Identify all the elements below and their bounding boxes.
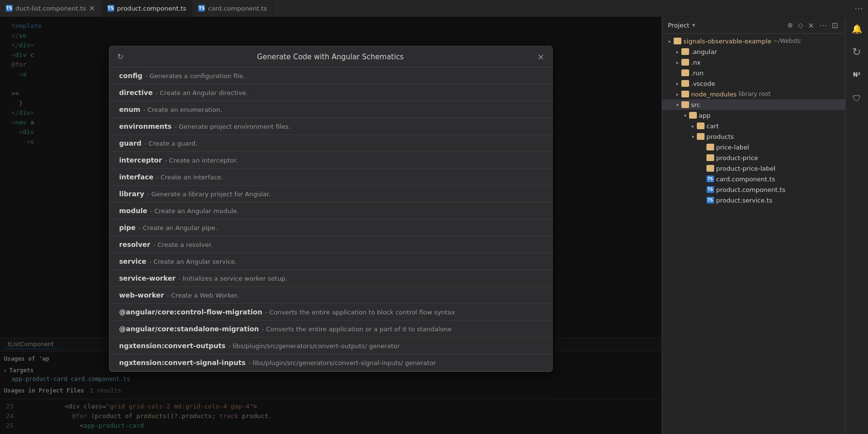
tree-label-products: products (706, 133, 734, 140)
schematic-item[interactable]: enum-Create an enumeration. (109, 101, 552, 118)
tree-label-nx: .nx (691, 59, 701, 66)
schematic-item[interactable]: interface-Create an interface. (109, 169, 552, 186)
schematic-desc: -Create a guard. (144, 140, 197, 147)
schematic-name: directive (119, 89, 153, 96)
folder-icon-cart (697, 122, 705, 129)
schematic-item[interactable]: @angular/core:standalone-migration-Conve… (109, 321, 552, 338)
schematic-item[interactable]: interceptor-Create an interceptor. (109, 152, 552, 169)
tree-label-product-price-label: product-price-label (716, 165, 775, 172)
tree-label-app: app (699, 112, 710, 119)
tab-bar: TS duct-list.component.ts × TS product.c… (0, 0, 868, 17)
schematic-desc: -Create an Angular service. (149, 258, 237, 265)
schematic-item[interactable]: @angular/core:control-flow-migration-Con… (109, 304, 552, 321)
schematic-item[interactable]: ngxtension:convert-outputs-libs/plugin/s… (109, 338, 552, 354)
schematic-item[interactable]: ngxtension:convert-signal-inputs-libs/pl… (109, 354, 552, 371)
modal-body: config-Generates a configuration file.di… (109, 68, 552, 371)
folder-icon-product-price (706, 154, 714, 161)
tree-item-app[interactable]: ▾ app (662, 110, 845, 121)
schematic-name: interceptor (119, 156, 162, 164)
tree-item-product-service[interactable]: TS product.service.ts (662, 195, 845, 205)
folder-icon-products (697, 133, 705, 140)
schematic-name: @angular/core:standalone-migration (119, 325, 259, 333)
tree-item-root[interactable]: ▸ signals-observable-example ~/Webstc (662, 36, 845, 46)
sidebar-global-icon[interactable]: ⊕ (787, 20, 794, 30)
sidebar-more-icon[interactable]: ⋯ (818, 20, 828, 31)
sidebar-close-icon[interactable]: × (807, 20, 815, 31)
close-tab-product-list[interactable]: × (89, 4, 95, 12)
schematic-desc: -Converts the entire application to bloc… (265, 309, 455, 316)
tree-item-angular[interactable]: ▸ .angular (662, 46, 845, 57)
schematic-item[interactable]: resolver-Create a resolver. (109, 236, 552, 253)
sidebar-window-icon[interactable]: ⊡ (831, 20, 839, 31)
schematic-item[interactable]: directive-Create an Angular directive. (109, 84, 552, 101)
shield-strip-icon[interactable]: 🛡 (849, 90, 865, 106)
file-tree: ▸ signals-observable-example ~/Webstc ▸ … (662, 34, 845, 434)
tree-label-src: src (691, 101, 700, 108)
tab-more-button[interactable]: ⋯ (850, 3, 868, 14)
schematic-item[interactable]: service-worker-Initializes a service wor… (109, 270, 552, 287)
tree-label-root: signals-observable-example (683, 38, 772, 45)
schematic-item[interactable]: web-worker-Create a Web Worker. (109, 287, 552, 304)
folder-icon-node-modules (681, 91, 689, 97)
schematic-name: enum (119, 106, 140, 113)
schematic-item[interactable]: module-Create an Angular module. (109, 203, 552, 219)
schematic-item[interactable]: config-Generates a configuration file. (109, 68, 552, 84)
folder-icon-root (674, 38, 681, 44)
schematic-desc: -Create a resolver. (153, 241, 213, 248)
tree-label-price-label: price-label (716, 144, 749, 151)
tab-product-list[interactable]: TS duct-list.component.ts × (0, 0, 102, 17)
schematic-item[interactable]: service-Create an Angular service. (109, 253, 552, 270)
tree-item-src[interactable]: ▾ src (662, 99, 845, 110)
sidebar-actions: ⊕ ◇ × ⋯ ⊡ (787, 20, 839, 31)
schematic-name: pipe (119, 224, 136, 231)
schematic-name: environments (119, 122, 172, 130)
tab-card[interactable]: TS card.component.ts (192, 0, 273, 17)
schematic-name: service-worker (119, 274, 176, 282)
tree-item-vscode[interactable]: ▸ .vscode (662, 78, 845, 89)
tree-item-product-price[interactable]: product-price (662, 152, 845, 163)
schematic-desc: -Initializes a service worker setup. (178, 275, 287, 282)
nx-strip-icon[interactable]: N² (849, 67, 865, 82)
sidebar-dropdown-arrow[interactable]: ▾ (692, 22, 695, 28)
tree-item-card-component[interactable]: TS card.component.ts (662, 174, 845, 184)
schematic-item[interactable]: guard-Create a guard. (109, 135, 552, 152)
schematic-desc: -Converts the entire application or a pa… (262, 326, 452, 333)
schematic-name: resolver (119, 241, 150, 248)
schematic-desc: -libs/plugin/src/generators/convert-outp… (229, 342, 400, 350)
schematic-item[interactable]: pipe-Create an Angular pipe. (109, 219, 552, 236)
tree-item-run[interactable]: .run (662, 68, 845, 78)
right-strip: 🔔 ↻ N² 🛡 (845, 17, 868, 434)
tree-item-nx[interactable]: ▸ .nx (662, 57, 845, 68)
ts-icon: TS (198, 5, 205, 12)
main-area: template </se </div> <div c @for <a (0, 17, 868, 434)
folder-icon-run (681, 69, 689, 76)
tree-item-price-label[interactable]: price-label (662, 142, 845, 152)
schematic-desc: -Create an enumeration. (143, 106, 222, 113)
schematic-name: service (119, 258, 146, 265)
modal-close-button[interactable]: × (537, 53, 544, 61)
tree-item-product-component[interactable]: TS product.component.ts (662, 184, 845, 195)
schematic-desc: -Create an Angular module. (150, 207, 239, 215)
sidebar-title: Project (668, 22, 689, 29)
tree-item-node-modules[interactable]: ▸ node_modules library root (662, 89, 845, 99)
schematic-desc: -Generates a configuration file. (145, 72, 245, 80)
sidebar-diamond-icon[interactable]: ◇ (797, 20, 804, 30)
schematic-name: web-worker (119, 291, 164, 299)
tab-product[interactable]: TS product.component.ts (102, 0, 193, 17)
tree-label-product-component: product.component.ts (716, 186, 786, 193)
modal-overlay: ↻ Generate Code with Angular Schematics … (0, 17, 662, 434)
refresh-icon[interactable]: ↻ (117, 52, 123, 61)
schematic-item[interactable]: environments-Generate project environmen… (109, 118, 552, 135)
schematic-desc: -Create a Web Worker. (167, 292, 239, 299)
tree-item-products[interactable]: ▾ products (662, 131, 845, 142)
tab-label-product-list: duct-list.component.ts (15, 5, 86, 12)
tree-item-cart[interactable]: ▸ cart (662, 121, 845, 131)
tree-label-product-service: product.service.ts (716, 197, 773, 204)
schematic-item[interactable]: library-Generate a library project for A… (109, 186, 552, 203)
tree-label-card-component: card.component.ts (716, 176, 775, 183)
tree-label-node-modules-sub: library root (738, 91, 770, 97)
tree-item-product-price-label[interactable]: product-price-label (662, 163, 845, 174)
tree-label-vscode: .vscode (691, 80, 715, 87)
bell-icon[interactable]: 🔔 (849, 21, 865, 36)
refresh-strip-icon[interactable]: ↻ (849, 44, 865, 59)
